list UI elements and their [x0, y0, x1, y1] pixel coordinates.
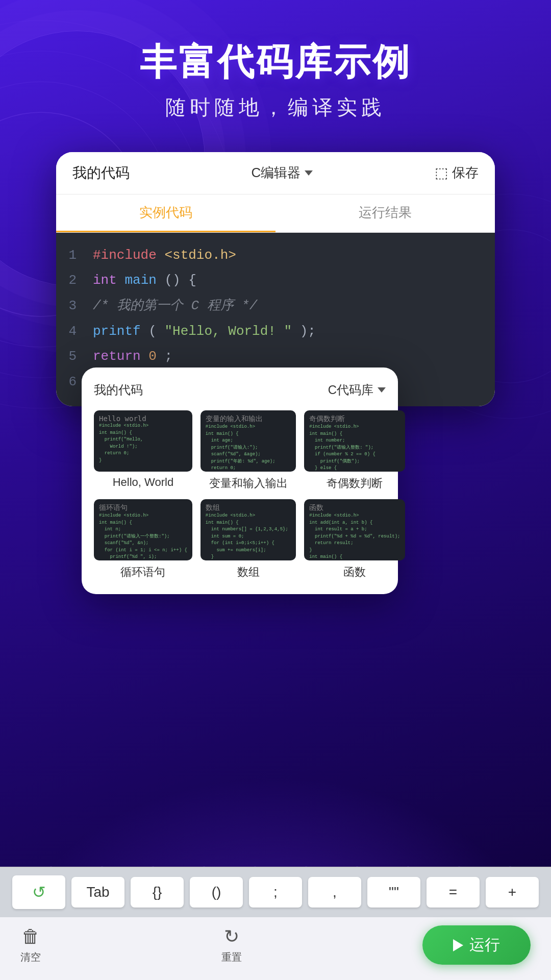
code-token: printf: [93, 324, 141, 339]
reset-label: 重置: [221, 950, 242, 964]
preview-title: 数组: [206, 503, 291, 512]
code-preview: 变量的输入和输出 #include <stdio.h> int main() {…: [201, 410, 296, 472]
play-icon: [453, 939, 463, 951]
preview-title: Hello world: [99, 414, 187, 423]
library-grid: Hello world #include <stdio.h> int main(…: [94, 410, 386, 580]
library-item-label: 奇偶数判断: [304, 476, 405, 491]
comma-button[interactable]: ,: [308, 877, 361, 908]
code-token: 0: [148, 349, 157, 364]
quotes-button[interactable]: "": [367, 877, 420, 908]
code-line-3: 3 /* 我的第一个 C 程序 */: [56, 293, 495, 319]
undo-button[interactable]: ↺: [12, 875, 65, 909]
reset-icon: ↻: [224, 926, 239, 947]
editor-header: 我的代码 C编辑器 ⬚ 保存: [56, 152, 495, 194]
list-item[interactable]: 奇偶数判断 #include <stdio.h> int main() { in…: [304, 410, 405, 491]
plus-button[interactable]: +: [486, 877, 539, 908]
preview-code: #include <stdio.h> int add(int a, int b)…: [309, 512, 400, 560]
code-line-2: 2 int main () {: [56, 268, 495, 293]
library-item-label: Hello, World: [94, 476, 192, 489]
library-lang-selector[interactable]: C代码库: [328, 382, 386, 398]
equals-button[interactable]: =: [427, 877, 480, 908]
run-button[interactable]: 运行: [422, 925, 531, 965]
braces-button[interactable]: {}: [131, 877, 184, 908]
library-item-label: 循环语句: [94, 565, 192, 580]
preview-title: 函数: [309, 503, 400, 512]
save-icon: ⬚: [435, 164, 448, 181]
preview-title: 奇偶数判断: [309, 414, 400, 424]
preview-code: #include <stdio.h> int main() { int numb…: [309, 424, 400, 472]
reset-button[interactable]: ↻ 重置: [221, 926, 242, 964]
trash-icon: 🗑: [21, 926, 40, 947]
code-preview: 函数 #include <stdio.h> int add(int a, int…: [304, 499, 405, 560]
code-token: "Hello, World! ": [164, 324, 292, 339]
code-preview: 循环语句 #include <stdio.h> int main() { int…: [94, 499, 192, 560]
preview-title: 变量的输入和输出: [206, 414, 291, 424]
list-item[interactable]: Hello world #include <stdio.h> int main(…: [94, 410, 192, 491]
code-preview: 数组 #include <stdio.h> int main() { int n…: [201, 499, 296, 560]
code-token: /* 我的第一个 C 程序 */: [93, 298, 257, 313]
chevron-down-icon: [305, 170, 313, 176]
code-preview: 奇偶数判断 #include <stdio.h> int main() { in…: [304, 410, 405, 472]
library-item-label: 函数: [304, 565, 405, 580]
list-item[interactable]: 数组 #include <stdio.h> int main() { int n…: [201, 499, 296, 580]
run-label: 运行: [469, 935, 500, 955]
semi-button[interactable]: ;: [249, 877, 302, 908]
chevron-down-icon: [378, 387, 386, 393]
code-token: return: [93, 349, 141, 364]
list-item[interactable]: 函数 #include <stdio.h> int add(int a, int…: [304, 499, 405, 580]
preview-title: 循环语句: [99, 503, 187, 512]
tab-code[interactable]: 实例代码: [56, 194, 276, 232]
code-token: main: [124, 273, 156, 288]
list-item[interactable]: 循环语句 #include <stdio.h> int main() { int…: [94, 499, 192, 580]
library-lang-label: C代码库: [328, 382, 373, 398]
library-title: 我的代码: [94, 382, 143, 398]
bottom-toolbar: 🗑 清空 ↻ 重置 运行: [0, 917, 551, 980]
tab-result[interactable]: 运行结果: [276, 194, 495, 232]
code-token: #include: [93, 248, 157, 263]
lang-selector-label: C编辑器: [252, 164, 301, 182]
library-header: 我的代码 C代码库: [94, 382, 386, 398]
preview-code: #include <stdio.h> int main() { int numb…: [206, 512, 291, 560]
preview-code: #include <stdio.h> int main() { printf("…: [99, 423, 187, 464]
editor-title: 我的代码: [72, 163, 130, 183]
library-item-label: 数组: [201, 565, 296, 580]
keyboard-toolbar: ↺ Tab {} () ; , "" = +: [0, 867, 551, 917]
preview-code: #include <stdio.h> int main() { int n; p…: [99, 512, 187, 560]
tab-button[interactable]: Tab: [71, 877, 124, 908]
list-item[interactable]: 变量的输入和输出 #include <stdio.h> int main() {…: [201, 410, 296, 491]
lang-selector[interactable]: C编辑器: [252, 164, 313, 182]
code-token: <stdio.h>: [164, 248, 236, 263]
code-token: int: [93, 273, 117, 288]
code-preview: Hello world #include <stdio.h> int main(…: [94, 410, 192, 472]
clear-button[interactable]: 🗑 清空: [20, 926, 41, 964]
code-line-5: 5 return 0 ;: [56, 344, 495, 370]
library-item-label: 变量和输入输出: [201, 476, 296, 491]
page-subtitle: 随时随地，编译实践: [140, 93, 411, 121]
library-card: 我的代码 C代码库 Hello world #include <stdio.h>…: [82, 368, 398, 594]
code-line-4: 4 printf ( "Hello, World! " );: [56, 319, 495, 345]
preview-code: #include <stdio.h> int main() { int age;…: [206, 424, 291, 472]
save-label: 保存: [452, 164, 479, 182]
editor-tabs: 实例代码 运行结果: [56, 194, 495, 233]
parens-button[interactable]: (): [190, 877, 243, 908]
bottom-area: ↺ Tab {} () ; , "" = + 🗑 清空 ↻ 重置 运行: [0, 867, 551, 980]
clear-label: 清空: [20, 950, 41, 964]
code-line-1: 1 #include <stdio.h>: [56, 243, 495, 268]
page-title: 丰富代码库示例: [140, 41, 411, 83]
save-button[interactable]: ⬚ 保存: [435, 164, 479, 182]
